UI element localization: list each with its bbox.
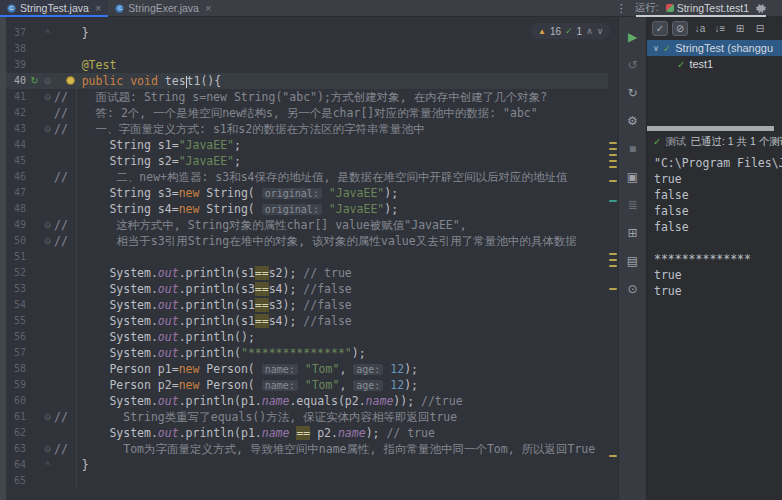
close-icon[interactable]: × [95,2,101,14]
run-settings-gear-icon[interactable] [749,0,772,16]
sort-alphabetically-icon[interactable]: ↓a [692,21,708,36]
editor-line-52[interactable]: 52 System.out.println(s1==s2); // true [6,265,608,281]
line-number[interactable]: 59 [6,377,28,393]
run-console[interactable]: "C:\Program Files\Javtruefalsefalsefalse… [654,155,782,500]
line-number[interactable]: 56 [6,329,28,345]
editor-line-46[interactable]: 46// 二、new+构造器: s3和s4保存的地址值, 是数据在堆空间中开辟空… [6,169,608,185]
line-number[interactable]: 46 [6,169,28,185]
tab-StringExer.java[interactable]: CStringExer.java× [108,0,218,16]
stripe-mark[interactable] [609,154,617,156]
code-editor[interactable]: 37^ }3839 @Test40↻⊖ public void test1(){… [0,17,618,500]
console-icon[interactable]: ▤ [619,247,646,275]
line-number[interactable]: 61 [6,409,28,425]
editor-line-43[interactable]: 43⊖// 一、字面量定义方式: s1和s2的数据在方法区的字符串常量池中 [6,121,608,137]
fold-icon[interactable]: ⊖ [41,233,54,249]
line-number[interactable]: 65 [6,473,28,489]
tab-StringTest.java[interactable]: CStringTest.java× [0,0,108,16]
line-number[interactable]: 39 [6,57,28,73]
line-number[interactable]: 63 [6,441,28,457]
editor-line-57[interactable]: 57 System.out.println("**************"); [6,345,608,361]
run-config-name[interactable]: StringTest.test1 [677,0,749,16]
fold-icon[interactable]: ⊖ [41,89,54,105]
fold-icon[interactable]: ⊖ [41,121,54,137]
editor-line-37[interactable]: 37^ } [6,25,608,41]
intention-bulb-icon[interactable] [66,76,75,85]
editor-line-42[interactable]: 42// 答: 2个, 一个是堆空间new结构s, 另一个是char[]对应的常… [6,105,608,121]
editor-line-44[interactable]: 44 String s1="JavaEE"; [6,137,608,153]
editor-options-kebab-icon[interactable]: ⋮ [610,0,633,16]
line-number[interactable]: 41 [6,89,28,105]
editor-line-64[interactable]: 64^ } [6,457,608,473]
editor-line-41[interactable]: 41⊖// 面试题: String s=new String("abc");方式… [6,89,608,105]
editor-line-40[interactable]: 40↻⊖ public void test1(){ [6,73,608,89]
line-number[interactable]: 55 [6,313,28,329]
line-number[interactable]: 43 [6,121,28,137]
editor-line-63[interactable]: 63⊖// Tom为字面量定义方式, 导致堆空间中name属性, 指向常量池中同… [6,441,608,457]
line-number[interactable]: 44 [6,137,28,153]
stripe-mark[interactable] [609,455,617,457]
sort-by-duration-icon[interactable]: ↓≡ [712,21,728,36]
wrench-icon[interactable]: ⚙ [619,107,646,135]
editor-line-49[interactable]: 49⊖// 这种方式中, String对象的属性char[] value被赋值"… [6,217,608,233]
editor-line-51[interactable]: 51 [6,249,608,265]
frames-icon[interactable]: ≣ [619,191,646,219]
line-number[interactable]: 48 [6,201,28,217]
line-number[interactable]: 42 [6,105,28,121]
stripe-mark[interactable] [609,288,617,290]
line-number[interactable]: 38 [6,41,28,57]
close-icon[interactable]: × [205,2,211,14]
editor-line-53[interactable]: 53 System.out.println(s3==s4); //false [6,281,608,297]
stripe-mark[interactable] [609,142,617,144]
test-tree-root-row[interactable]: ∨ ✓ StringTest (shanggu [647,40,782,56]
line-number[interactable]: 49 [6,217,28,233]
collapse-all-icon[interactable]: ⊟ [752,21,768,36]
show-ignored-icon[interactable]: ⊘ [672,21,688,36]
pin-icon[interactable]: ⊙ [619,275,646,303]
editor-line-50[interactable]: 50⊖// 相当于s3引用String在堆中的对象, 该对象的属性value又去… [6,233,608,249]
line-number[interactable]: 40 [6,73,28,89]
test-tree-child-row[interactable]: ✓ test1 [647,56,782,72]
editor-line-55[interactable]: 55 System.out.println(s1==s4); //false [6,313,608,329]
line-number[interactable]: 47 [6,185,28,201]
line-number[interactable]: 45 [6,153,28,169]
inspections-widget[interactable]: ▲16 ✓1 ∧ ∨ [531,23,610,39]
rerun-failed-icon[interactable]: ↺ [619,51,646,79]
snapshot-icon[interactable]: ▣ [619,163,646,191]
rerun-test-icon[interactable]: ↻ [28,73,41,89]
stop-icon[interactable]: ■ [619,135,646,163]
fold-icon[interactable]: ⊖ [41,409,54,425]
line-number[interactable]: 58 [6,361,28,377]
run-icon[interactable]: ▶ [619,23,646,51]
fold-icon[interactable]: ⊖ [41,441,54,457]
add-icon[interactable]: ⊞ [619,219,646,247]
next-problem-icon[interactable]: ∨ [597,26,604,36]
editor-line-45[interactable]: 45 String s2="JavaEE"; [6,153,608,169]
fold-icon[interactable]: ⊖ [41,217,54,233]
line-number[interactable]: 57 [6,345,28,361]
editor-line-65[interactable]: 65 [6,473,608,489]
fold-icon[interactable]: ^ [41,457,54,473]
stripe-mark[interactable] [609,253,617,255]
stripe-mark[interactable] [609,148,617,150]
editor-line-47[interactable]: 47 String s3=new String( original: "Java… [6,185,608,201]
editor-line-59[interactable]: 59 Person p2=new Person( name: "Tom", ag… [6,377,608,393]
line-number[interactable]: 64 [6,457,28,473]
stripe-mark[interactable] [609,180,617,182]
line-number[interactable]: 54 [6,297,28,313]
stripe-mark[interactable] [609,259,617,261]
editor-line-38[interactable]: 38 [6,41,608,57]
line-number[interactable]: 52 [6,265,28,281]
editor-line-62[interactable]: 62 System.out.println(p1.name == p2.name… [6,425,608,441]
editor-line-39[interactable]: 39 @Test [6,57,608,73]
prev-problem-icon[interactable]: ∧ [586,26,593,36]
line-number[interactable]: 62 [6,425,28,441]
error-stripe[interactable] [608,17,618,500]
stripe-mark[interactable] [609,265,617,267]
fold-icon[interactable]: ^ [41,25,54,41]
stripe-mark[interactable] [609,160,617,162]
line-number[interactable]: 60 [6,393,28,409]
chevron-down-icon[interactable]: ∨ [653,44,659,53]
editor-line-61[interactable]: 61⊖// String类重写了equals()方法, 保证实体内容相等即返回t… [6,409,608,425]
stripe-mark[interactable] [609,166,617,168]
editor-line-54[interactable]: 54 System.out.println(s1==s3); //false [6,297,608,313]
